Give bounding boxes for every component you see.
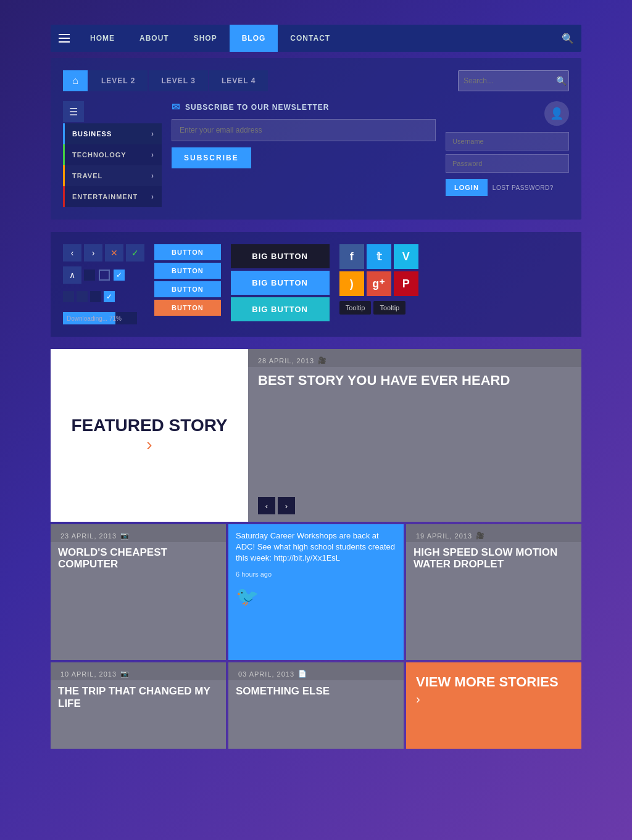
nav-item-home[interactable]: HOME xyxy=(78,25,127,52)
blog-main-card: 28 APRIL, 2013 🎥 BEST STORY YOU HAVE EVE… xyxy=(248,349,581,522)
newsletter-email-input[interactable] xyxy=(172,119,436,141)
sidebar-item-entertainment[interactable]: ENTERTAINMENT › xyxy=(63,186,162,207)
small-button-3[interactable]: BUTTON xyxy=(154,281,221,297)
blog-prev-button[interactable]: ‹ xyxy=(258,497,275,514)
bottom-card-title-0: THE TRIP THAT CHANGED MY LIFE xyxy=(51,680,226,715)
next-button[interactable]: › xyxy=(84,244,102,261)
checkbox-checked[interactable]: ✓ xyxy=(114,270,125,281)
small-button-1[interactable]: BUTTON xyxy=(154,244,221,260)
twitter-bird-icon: 🐦 xyxy=(228,578,404,614)
featured-arrow-icon: › xyxy=(146,435,152,455)
video-icon-2: 🎥 xyxy=(476,532,485,540)
blog-top-row: FEATURED STORY › 28 APRIL, 2013 🎥 BEST S… xyxy=(51,349,581,522)
big-button-1[interactable]: BIG BUTTON xyxy=(231,244,330,268)
checkbox-dark-2[interactable] xyxy=(63,291,74,302)
chevron-right-icon: › xyxy=(151,130,154,138)
breadcrumb-level3[interactable]: LEVEL 3 xyxy=(149,70,207,91)
bottom-card-0[interactable]: 10 APRIL, 2013 📷 THE TRIP THAT CHANGED M… xyxy=(51,662,226,749)
checkbox-dark-3[interactable] xyxy=(77,291,88,302)
big-button-2[interactable]: BIG BUTTON xyxy=(231,271,330,295)
search-input[interactable] xyxy=(464,76,556,85)
twitter-text: Saturday Career Workshops are back at AD… xyxy=(228,524,404,570)
checkbox-dark-1[interactable] xyxy=(84,270,95,281)
bottom-card-title-1: SOMETHING ELSE xyxy=(228,680,404,702)
social-section: f 𝕥 V ) g⁺ P Tooltip Tooltip xyxy=(339,244,418,315)
breadcrumb-nav: ⌂ LEVEL 2 LEVEL 3 LEVEL 4 🔍 xyxy=(63,70,569,91)
buttons-section: ‹ › ✕ ✓ ∧ ✓ ✓ xyxy=(51,232,581,337)
user-avatar-icon: 👤 xyxy=(544,101,569,126)
rss-icon[interactable]: ) xyxy=(339,271,364,296)
blog-section: FEATURED STORY › 28 APRIL, 2013 🎥 BEST S… xyxy=(51,349,581,749)
hamburger-menu-button[interactable] xyxy=(51,25,78,52)
lost-password-link[interactable]: LOST PASSWORD? xyxy=(493,184,554,191)
doc-icon-b1: 📄 xyxy=(298,670,307,678)
small-buttons: BUTTON BUTTON BUTTON BUTTON xyxy=(154,244,221,316)
blog-grid-item-0[interactable]: 23 APRIL, 2013 📷 WORLD'S CHEAPEST COMPUT… xyxy=(51,524,226,660)
blog-grid-item-twitter: Saturday Career Workshops are back at AD… xyxy=(228,524,404,660)
sidebar-item-travel[interactable]: TRAVEL › xyxy=(63,165,162,186)
up-button[interactable]: ∧ xyxy=(63,266,81,284)
blog-grid-title-2: HIGH SPEED SLOW MOTION WATER DROPLET xyxy=(406,542,581,575)
tooltip-1: Tooltip xyxy=(339,301,372,315)
breadcrumb-home[interactable]: ⌂ xyxy=(63,70,88,91)
nav-item-shop[interactable]: SHOP xyxy=(181,25,230,52)
progress-bar-bg: Downloading... 71% xyxy=(63,312,137,324)
blog-grid: 23 APRIL, 2013 📷 WORLD'S CHEAPEST COMPUT… xyxy=(51,524,581,660)
search-box[interactable]: 🔍 xyxy=(458,70,569,91)
checkbox-checked-2[interactable]: ✓ xyxy=(104,291,115,302)
username-input[interactable] xyxy=(446,132,569,150)
facebook-icon[interactable]: f xyxy=(339,244,364,269)
blog-grid-header-2: 19 APRIL, 2013 🎥 xyxy=(406,524,581,542)
pinterest-icon[interactable]: P xyxy=(394,271,418,296)
newsletter-box: ✉ SUBSCRIBE TO OUR NEWSLETTER SUBSCRIBE xyxy=(172,101,436,168)
big-button-3[interactable]: BIG BUTTON xyxy=(231,297,330,321)
checkbox-empty[interactable] xyxy=(99,270,110,281)
chevron-right-icon: › xyxy=(151,192,154,201)
login-actions: LOGIN LOST PASSWORD? xyxy=(446,179,569,196)
bottom-card-header-1: 03 APRIL, 2013 📄 xyxy=(228,662,404,680)
chevron-right-icon: › xyxy=(151,150,154,159)
blog-bottom-row: 10 APRIL, 2013 📷 THE TRIP THAT CHANGED M… xyxy=(51,662,581,749)
envelope-icon: ✉ xyxy=(172,101,180,113)
sidebar-item-business[interactable]: BUSINESS › xyxy=(63,123,162,144)
tooltip-area: Tooltip Tooltip xyxy=(339,301,418,315)
progress-bar: Downloading... 71% xyxy=(63,312,137,324)
check-button[interactable]: ✓ xyxy=(126,244,144,261)
featured-story-title: FEATURED STORY xyxy=(71,416,227,435)
navigation-bar: HOME ABOUT SHOP BLOG CONTACT 🔍 xyxy=(51,25,581,52)
breadcrumb-level4[interactable]: LEVEL 4 xyxy=(209,70,268,91)
small-button-2[interactable]: BUTTON xyxy=(154,263,221,279)
login-box: 👤 LOGIN LOST PASSWORD? xyxy=(446,101,569,196)
checkbox-dark-4[interactable] xyxy=(90,291,101,302)
close-button[interactable]: ✕ xyxy=(105,244,123,261)
bottom-card-date-0: 10 APRIL, 2013 📷 xyxy=(60,670,216,678)
sidebar-item-technology[interactable]: TECHNOLOGY › xyxy=(63,144,162,165)
blog-next-button[interactable]: › xyxy=(278,497,295,514)
chevron-right-icon: › xyxy=(151,171,154,180)
view-more-card[interactable]: VIEW MORE STORIES › xyxy=(406,662,581,749)
pag-row-2: ∧ ✓ xyxy=(63,266,144,284)
googleplus-icon[interactable]: g⁺ xyxy=(367,271,391,296)
nav-item-about[interactable]: ABOUT xyxy=(127,25,181,52)
bottom-card-1[interactable]: 03 APRIL, 2013 📄 SOMETHING ELSE xyxy=(228,662,404,749)
nav-search-button[interactable]: 🔍 xyxy=(554,25,581,52)
blog-main-card-header: 28 APRIL, 2013 🎥 xyxy=(248,349,581,367)
vimeo-icon[interactable]: V xyxy=(394,244,418,269)
small-button-4[interactable]: BUTTON xyxy=(154,300,221,316)
sidebar-toggle-button[interactable]: ☰ xyxy=(63,101,84,122)
featured-story-card[interactable]: FEATURED STORY › xyxy=(51,349,248,522)
hamburger-icon xyxy=(59,34,70,43)
nav-item-contact[interactable]: CONTACT xyxy=(278,25,343,52)
progress-label: Downloading... 71% xyxy=(67,315,122,322)
nav-item-blog[interactable]: BLOG xyxy=(230,25,278,52)
checkbox-row: ✓ xyxy=(84,270,125,281)
breadcrumb-level2[interactable]: LEVEL 2 xyxy=(89,70,148,91)
tooltip-2: Tooltip xyxy=(373,301,405,315)
subscribe-button[interactable]: SUBSCRIBE xyxy=(172,147,251,168)
password-input[interactable] xyxy=(446,154,569,173)
login-button[interactable]: LOGIN xyxy=(446,179,488,196)
prev-button[interactable]: ‹ xyxy=(63,244,81,261)
blog-grid-item-2[interactable]: 19 APRIL, 2013 🎥 HIGH SPEED SLOW MOTION … xyxy=(406,524,581,660)
bottom-card-header-0: 10 APRIL, 2013 📷 xyxy=(51,662,226,680)
twitter-icon[interactable]: 𝕥 xyxy=(367,244,391,269)
